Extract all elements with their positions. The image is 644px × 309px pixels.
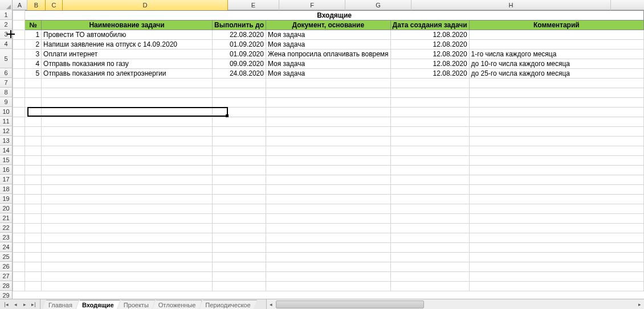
cell-name[interactable]: Провести ТО автомобилю xyxy=(42,30,213,40)
cell-doc[interactable]: Моя задача xyxy=(266,40,390,50)
row-header[interactable]: 3 xyxy=(0,30,13,39)
cell-doc[interactable]: Моя задача xyxy=(266,30,390,40)
table-row[interactable] xyxy=(13,253,644,262)
cell-doc[interactable]: Моя задача xyxy=(266,59,390,69)
select-all-corner[interactable] xyxy=(0,0,13,10)
cells-area[interactable]: Входящие № Наименование задачи Выполнить… xyxy=(13,10,644,299)
row-header[interactable]: 24 xyxy=(0,242,13,252)
cell-comment[interactable]: до 10-го числа каждого месяца xyxy=(469,59,643,69)
cell-num[interactable]: 2 xyxy=(25,40,42,50)
cell-num[interactable]: 4 xyxy=(25,59,42,69)
table-row[interactable] xyxy=(13,88,644,98)
table-row[interactable] xyxy=(13,214,644,224)
table-row[interactable] xyxy=(13,98,644,108)
cell-created[interactable]: 12.08.2020 xyxy=(390,40,469,50)
header-created[interactable]: Дата создания задачи xyxy=(390,20,469,30)
cell-created[interactable]: 12.08.2020 xyxy=(390,69,469,79)
table-row[interactable] xyxy=(13,137,644,146)
tab-prev-button[interactable]: ◂ xyxy=(11,300,19,308)
row-header[interactable]: 10 xyxy=(0,107,13,117)
scroll-left-button[interactable]: ◂ xyxy=(267,300,276,309)
table-row[interactable] xyxy=(13,117,644,127)
table-row[interactable] xyxy=(13,272,644,282)
table-row[interactable]: 1 Провести ТО автомобилю 22.08.2020 Моя … xyxy=(13,30,644,40)
row-header[interactable]: 4 xyxy=(0,39,13,49)
table-row[interactable] xyxy=(13,166,644,175)
row-header[interactable]: 25 xyxy=(0,252,13,262)
table-row[interactable] xyxy=(13,79,644,88)
tab-first-button[interactable]: |◂ xyxy=(2,300,10,308)
cell-doc[interactable]: Моя задача xyxy=(266,69,390,79)
cell-due[interactable]: 09.09.2020 xyxy=(212,59,266,69)
table-row[interactable]: 2 Напиши заявление на отпуск с 14.09.202… xyxy=(13,40,644,50)
cell-due[interactable]: 01.09.2020 xyxy=(212,50,266,59)
table-row[interactable] xyxy=(13,108,644,117)
header-num[interactable]: № xyxy=(25,20,42,30)
cell-comment[interactable] xyxy=(469,40,643,50)
row-header[interactable]: 22 xyxy=(0,223,13,233)
row-header[interactable]: 18 xyxy=(0,184,13,194)
table-row[interactable] xyxy=(13,243,644,253)
cell-due[interactable]: 22.08.2020 xyxy=(212,30,266,40)
table-row[interactable] xyxy=(13,224,644,233)
row-header[interactable]: 17 xyxy=(0,175,13,184)
cell-num[interactable]: 5 xyxy=(25,69,42,79)
cell-name[interactable]: Отправь показания по газу xyxy=(42,59,213,69)
scroll-track[interactable] xyxy=(276,300,635,309)
cell-name[interactable]: Напиши заявление на отпуск с 14.09.2020 xyxy=(42,40,213,50)
row-header[interactable]: 23 xyxy=(0,233,13,242)
row-header[interactable]: 21 xyxy=(0,213,13,223)
row-header[interactable]: 6 xyxy=(0,68,13,78)
col-header-E[interactable]: E xyxy=(228,0,279,10)
header-doc[interactable]: Документ, основание xyxy=(266,20,390,30)
table-row[interactable] xyxy=(13,195,644,204)
cell-due[interactable]: 24.08.2020 xyxy=(212,69,266,79)
sheet-tab[interactable]: Периодическое xyxy=(199,300,256,309)
col-header-F[interactable]: F xyxy=(279,0,345,10)
table-row[interactable] xyxy=(13,127,644,137)
row-header[interactable]: 16 xyxy=(0,165,13,175)
row-header[interactable]: 7 xyxy=(0,78,13,88)
col-header-B[interactable]: B xyxy=(27,0,46,10)
cell-doc[interactable]: Жена попросила оплачивать вовремя xyxy=(266,50,390,59)
table-row[interactable] xyxy=(13,146,644,156)
row-header[interactable]: 12 xyxy=(0,126,13,136)
row-header[interactable]: 14 xyxy=(0,146,13,155)
cell-num[interactable]: 3 xyxy=(25,50,42,59)
header-comment[interactable]: Комментарий xyxy=(469,20,643,30)
table-row[interactable] xyxy=(13,175,644,185)
cell-due[interactable]: 01.09.2020 xyxy=(212,40,266,50)
tab-last-button[interactable]: ▸| xyxy=(30,300,38,308)
row-header[interactable]: 15 xyxy=(0,155,13,165)
horizontal-scrollbar[interactable]: ◂ ▸ xyxy=(266,299,644,309)
cell-comment[interactable] xyxy=(469,30,643,40)
row-header[interactable]: 9 xyxy=(0,97,13,107)
cell-num[interactable]: 1 xyxy=(25,30,42,40)
table-row[interactable] xyxy=(13,262,644,272)
row-header[interactable]: 28 xyxy=(0,281,13,291)
cell-name[interactable]: Оплати интернет xyxy=(42,50,213,59)
table-row[interactable] xyxy=(13,156,644,166)
scroll-thumb[interactable] xyxy=(276,300,424,308)
table-row[interactable] xyxy=(13,233,644,243)
cell-created[interactable]: 12.08.2020 xyxy=(390,30,469,40)
col-header-H[interactable]: H xyxy=(411,0,611,10)
header-name[interactable]: Наименование задачи xyxy=(42,20,213,30)
tab-next-button[interactable]: ▸ xyxy=(21,300,28,308)
row-header[interactable]: 1 xyxy=(0,10,13,20)
sheet-tab[interactable]: Проекты xyxy=(118,300,155,309)
table-row[interactable]: 4 Отправь показания по газу 09.09.2020 М… xyxy=(13,59,644,69)
col-header-A[interactable]: A xyxy=(13,0,27,10)
col-header-D[interactable]: D xyxy=(63,0,228,10)
row-header[interactable]: 19 xyxy=(0,194,13,204)
row-header[interactable]: 5 xyxy=(0,49,13,68)
sheet-tab[interactable]: Входящие xyxy=(76,300,120,309)
row-header[interactable]: 26 xyxy=(0,262,13,271)
row-header[interactable]: 2 xyxy=(0,20,13,30)
sheet-tab[interactable]: Отложенные xyxy=(153,300,202,309)
row-header[interactable]: 13 xyxy=(0,136,13,146)
table-row[interactable]: 3 Оплати интернет 01.09.2020 Жена попрос… xyxy=(13,50,644,59)
scroll-right-button[interactable]: ▸ xyxy=(635,300,644,309)
row-header[interactable]: 20 xyxy=(0,204,13,213)
table-row[interactable] xyxy=(13,185,644,195)
